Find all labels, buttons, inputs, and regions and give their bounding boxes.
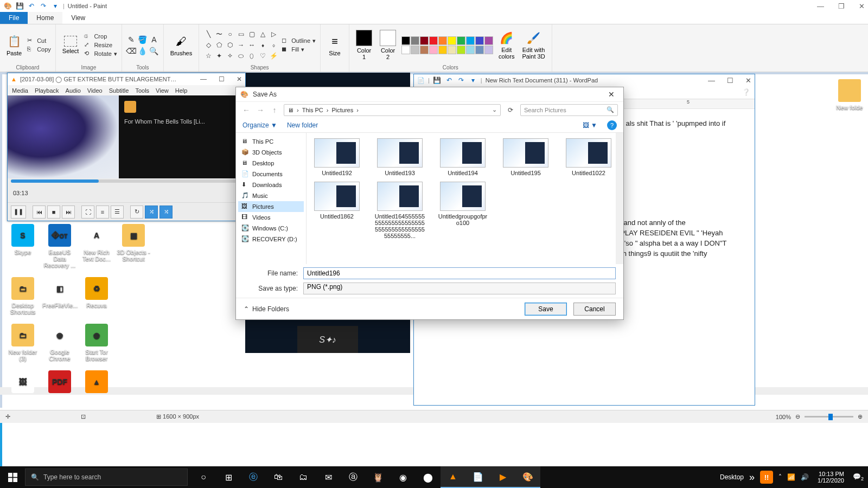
picker-icon[interactable]: 💧 (138, 46, 148, 56)
paint-close-button[interactable]: ✕ (859, 2, 865, 10)
palette-swatch[interactable] (457, 46, 465, 54)
wp-help-icon[interactable]: ❔ (738, 86, 755, 99)
wp-qat-more[interactable]: ▾ (469, 76, 477, 85)
tray-notifications[interactable]: 💬2 (853, 473, 864, 481)
vlc-play-button[interactable]: ❚❚ (11, 206, 26, 219)
pencil-icon[interactable]: ✎ (126, 35, 136, 44)
vlc-menu-view[interactable]: View (156, 87, 169, 94)
tb-cortana[interactable]: ○ (191, 466, 216, 488)
save-button[interactable]: Save (525, 303, 567, 316)
vlc-playlist-item[interactable]: For Whom The Bells Tolls [Li... (124, 118, 240, 125)
vlc-stop-button[interactable]: ■ (47, 206, 60, 219)
filename-input[interactable] (303, 267, 616, 279)
tb-amazon[interactable]: ⓐ (341, 466, 366, 488)
palette-swatch[interactable] (429, 36, 438, 45)
file-thumb[interactable]: Untitled195 (500, 138, 552, 176)
palette-swatch[interactable] (484, 46, 493, 54)
palette-swatch[interactable] (401, 46, 410, 54)
size-button[interactable]: ≡Size (325, 33, 344, 57)
file-thumb[interactable]: Untitled1862 (311, 182, 363, 239)
vlc-menu-video[interactable]: Video (87, 87, 103, 94)
wp-maximize-button[interactable]: ☐ (727, 76, 733, 85)
tray-volume-icon[interactable]: 🔊 (801, 473, 809, 481)
address-bar[interactable]: 🖥› This PC› Pictures› ⌄ (284, 104, 501, 116)
tree-3d-objects[interactable]: 📦3D Objects (238, 147, 304, 158)
tree-documents[interactable]: 📄Documents (238, 169, 304, 179)
desktop-icon[interactable]: ◍Start Tor Browser (79, 324, 114, 362)
vlc-next-button[interactable]: ⏭ (62, 206, 75, 219)
refresh-button[interactable]: ⟳ (505, 106, 516, 114)
color2-button[interactable]: Color 2 (378, 29, 398, 61)
shape-fill-button[interactable]: ◼Fill ▾ (282, 46, 316, 53)
select-button[interactable]: Select (60, 35, 81, 55)
palette-swatch[interactable] (420, 36, 429, 45)
desktop-icon[interactable]: ▦3D Objects - Shortcut (116, 224, 151, 268)
filetype-select[interactable]: PNG (*.png) (303, 282, 616, 294)
palette-swatch[interactable] (401, 36, 410, 45)
tb-obs[interactable]: ⬤ (416, 466, 441, 488)
tree-recovery-d-[interactable]: 💽RECOVERY (D:) (238, 234, 304, 245)
paint3d-button[interactable]: 🖌️Edit with Paint 3D (520, 29, 547, 61)
tree-this-pc[interactable]: 🖥This PC (238, 136, 304, 147)
view-button[interactable]: 🖼 ▼ (583, 121, 597, 129)
palette-swatch[interactable] (438, 36, 447, 45)
desktop-icon[interactable]: ◧FreeFileVie... (42, 277, 77, 315)
vlc-video-area[interactable] (8, 95, 119, 178)
palette-swatch[interactable] (457, 36, 465, 45)
brushes-button[interactable]: 🖌Brushes (168, 33, 194, 57)
qat-undo-icon[interactable]: ↶ (27, 2, 36, 10)
palette-swatch[interactable] (448, 46, 456, 54)
tools-grid[interactable]: ✎🪣A ⌫💧🔍 (126, 35, 159, 56)
newfolder-button[interactable]: New folder (287, 121, 318, 129)
palette-swatch[interactable] (438, 46, 447, 54)
desktop-icon[interactable]: ◉Google Chrome (42, 324, 77, 362)
tb-wmp[interactable]: ▶ (490, 466, 515, 488)
vlc-menu-tools[interactable]: Tools (135, 87, 149, 94)
tray-update-icon[interactable]: !! (760, 471, 773, 484)
palette-swatch[interactable] (484, 36, 493, 45)
vlc-menu-help[interactable]: Help (175, 87, 188, 94)
wp-undo-icon[interactable]: ↶ (445, 76, 454, 85)
vlc-random-button[interactable]: ⤮ (145, 206, 158, 219)
vlc-fullscreen-button[interactable]: ⛶ (81, 206, 94, 219)
tb-wordpad[interactable]: 📄 (465, 466, 490, 488)
vlc-prev-button[interactable]: ⏮ (33, 206, 46, 219)
saveas-tree[interactable]: 🖥This PC📦3D Objects🖥Desktop📄Documents⬇Do… (236, 133, 307, 264)
color-palette[interactable] (401, 36, 493, 54)
taskbar-search[interactable]: 🔍 Type here to search (25, 468, 188, 486)
color1-button[interactable]: Color 1 (354, 29, 374, 61)
search-box[interactable]: Search Pictures 🔍 (520, 104, 618, 116)
tree-desktop[interactable]: 🖥Desktop (238, 158, 304, 169)
tree-windows-c-[interactable]: 💽Windows (C:) (238, 223, 304, 234)
vlc-menu-subtitle[interactable]: Subtitle (109, 87, 129, 94)
crop-button[interactable]: ⟃Crop (84, 33, 117, 40)
vlc-minimize-button[interactable]: — (200, 75, 207, 83)
tb-tripadvisor[interactable]: 🦉 (366, 466, 391, 488)
qat-save-icon[interactable]: 💾 (15, 2, 24, 10)
nav-back-button[interactable]: ← (241, 106, 251, 114)
start-button[interactable] (0, 466, 25, 488)
resize-button[interactable]: ⤢Resize (84, 41, 117, 49)
vlc-loop-button[interactable]: ↻ (130, 206, 143, 219)
qat-redo-icon[interactable]: ↷ (39, 2, 48, 10)
help-icon[interactable]: ? (607, 120, 617, 130)
wp-save-icon[interactable]: 💾 (433, 76, 442, 85)
palette-swatch[interactable] (411, 36, 419, 45)
cut-button[interactable]: ✂Cut (27, 37, 51, 44)
desktop-icon[interactable]: ♻Recuva (79, 277, 114, 315)
wp-minimize-button[interactable]: — (708, 76, 715, 85)
tree-videos[interactable]: 🎞Videos (238, 212, 304, 223)
tray-chevron[interactable]: » (749, 472, 755, 483)
zoom-out-button[interactable]: ⊖ (795, 413, 800, 420)
vlc-playlist[interactable]: For Whom The Bells Tolls [Li... (119, 95, 245, 178)
tb-store[interactable]: 🛍 (266, 466, 291, 488)
paint-maximize-button[interactable]: ❐ (838, 2, 845, 10)
nav-up-button[interactable]: ↑ (270, 106, 279, 114)
tb-chrome[interactable]: ◉ (391, 466, 416, 488)
desktop-icon[interactable]: SSkype (5, 224, 40, 268)
paste-button[interactable]: 📋Paste (4, 33, 24, 57)
tray-chevron-up-icon[interactable]: ˄ (778, 473, 782, 481)
cancel-button[interactable]: Cancel (573, 303, 616, 316)
nav-forward-button[interactable]: → (256, 106, 265, 114)
qat-customize-icon[interactable]: ▾ (51, 2, 60, 10)
